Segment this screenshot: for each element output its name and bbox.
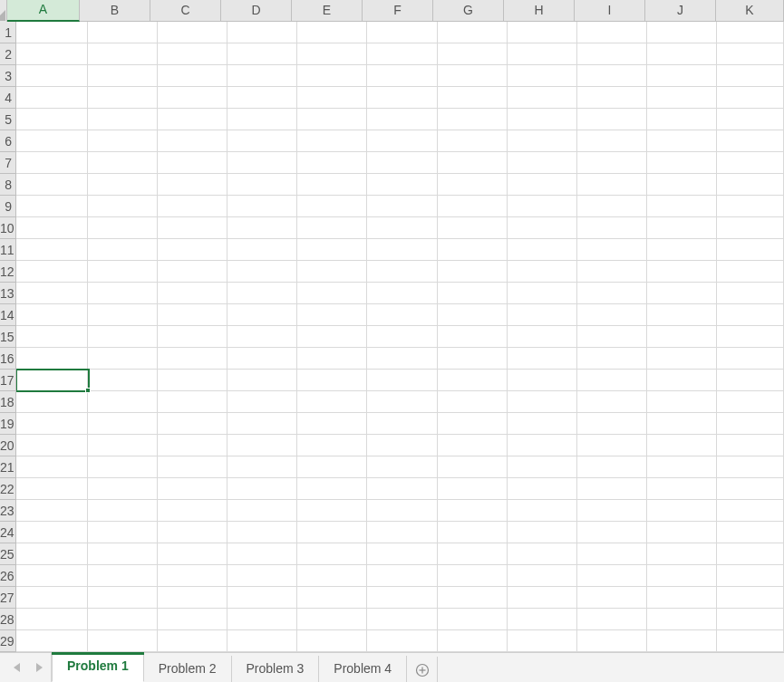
cell-A27[interactable] bbox=[16, 587, 88, 609]
cell-F13[interactable] bbox=[367, 283, 437, 304]
cell-F6[interactable] bbox=[367, 130, 437, 152]
cell-D5[interactable] bbox=[227, 109, 297, 130]
cell-A24[interactable] bbox=[16, 522, 88, 543]
cell-H5[interactable] bbox=[508, 109, 577, 130]
cell-B2[interactable] bbox=[88, 43, 158, 65]
cell-A22[interactable] bbox=[16, 478, 88, 500]
cell-J23[interactable] bbox=[647, 500, 717, 522]
cell-A1[interactable] bbox=[16, 22, 88, 43]
cell-I11[interactable] bbox=[577, 239, 647, 261]
cell-B18[interactable] bbox=[88, 391, 158, 413]
cell-H3[interactable] bbox=[508, 65, 577, 87]
cell-I27[interactable] bbox=[577, 587, 647, 609]
cell-D11[interactable] bbox=[227, 239, 297, 261]
column-header-E[interactable]: E bbox=[292, 0, 363, 22]
cell-I21[interactable] bbox=[577, 456, 647, 478]
cell-H6[interactable] bbox=[508, 130, 577, 152]
cell-J21[interactable] bbox=[647, 456, 717, 478]
cell-D17[interactable] bbox=[227, 370, 297, 391]
cell-G18[interactable] bbox=[438, 391, 508, 413]
cell-J16[interactable] bbox=[647, 348, 717, 370]
cell-H25[interactable] bbox=[508, 543, 577, 565]
row-header-10[interactable]: 10 bbox=[0, 217, 15, 239]
cell-C6[interactable] bbox=[158, 130, 227, 152]
row-header-14[interactable]: 14 bbox=[0, 304, 15, 326]
row-header-16[interactable]: 16 bbox=[0, 348, 15, 370]
cell-G20[interactable] bbox=[438, 435, 508, 456]
cell-K1[interactable] bbox=[717, 22, 784, 43]
row-header-8[interactable]: 8 bbox=[0, 174, 15, 196]
cell-K12[interactable] bbox=[717, 261, 784, 283]
cell-J1[interactable] bbox=[647, 22, 717, 43]
cell-H12[interactable] bbox=[508, 261, 577, 283]
cell-F27[interactable] bbox=[367, 587, 437, 609]
cell-D1[interactable] bbox=[227, 22, 297, 43]
cell-K20[interactable] bbox=[717, 435, 784, 456]
cell-A19[interactable] bbox=[16, 413, 88, 435]
cell-J10[interactable] bbox=[647, 217, 717, 239]
cell-B27[interactable] bbox=[88, 587, 158, 609]
cell-B20[interactable] bbox=[88, 435, 158, 456]
cell-F29[interactable] bbox=[367, 630, 437, 652]
cell-K13[interactable] bbox=[717, 283, 784, 304]
cell-H19[interactable] bbox=[508, 413, 577, 435]
sheet-nav-next-icon[interactable] bbox=[34, 662, 44, 673]
cell-K17[interactable] bbox=[717, 370, 784, 391]
cell-H24[interactable] bbox=[508, 522, 577, 543]
cell-I13[interactable] bbox=[577, 283, 647, 304]
cell-C26[interactable] bbox=[158, 565, 227, 587]
cell-C12[interactable] bbox=[158, 261, 227, 283]
row-header-11[interactable]: 11 bbox=[0, 239, 15, 261]
cell-C19[interactable] bbox=[158, 413, 227, 435]
cell-D6[interactable] bbox=[227, 130, 297, 152]
cell-C17[interactable] bbox=[158, 370, 227, 391]
cell-I7[interactable] bbox=[577, 152, 647, 174]
cell-H14[interactable] bbox=[508, 304, 577, 326]
cell-I29[interactable] bbox=[577, 630, 647, 652]
column-header-F[interactable]: F bbox=[363, 0, 433, 22]
cell-F28[interactable] bbox=[367, 609, 437, 630]
cell-I12[interactable] bbox=[577, 261, 647, 283]
cell-G22[interactable] bbox=[438, 478, 508, 500]
cell-B9[interactable] bbox=[88, 196, 158, 217]
cell-B4[interactable] bbox=[88, 87, 158, 109]
cell-J2[interactable] bbox=[647, 43, 717, 65]
cell-I19[interactable] bbox=[577, 413, 647, 435]
cell-A9[interactable] bbox=[16, 196, 88, 217]
cell-H28[interactable] bbox=[508, 609, 577, 630]
cell-F10[interactable] bbox=[367, 217, 437, 239]
cell-B11[interactable] bbox=[88, 239, 158, 261]
cell-I6[interactable] bbox=[577, 130, 647, 152]
cell-I28[interactable] bbox=[577, 609, 647, 630]
cell-C8[interactable] bbox=[158, 174, 227, 196]
cell-D12[interactable] bbox=[227, 261, 297, 283]
cell-A29[interactable] bbox=[16, 630, 88, 652]
column-header-I[interactable]: I bbox=[575, 0, 645, 22]
cell-J7[interactable] bbox=[647, 152, 717, 174]
column-header-C[interactable]: C bbox=[150, 0, 221, 22]
cell-H23[interactable] bbox=[508, 500, 577, 522]
cell-I8[interactable] bbox=[577, 174, 647, 196]
cell-J28[interactable] bbox=[647, 609, 717, 630]
cell-F11[interactable] bbox=[367, 239, 437, 261]
cell-A3[interactable] bbox=[16, 65, 88, 87]
sheet-tab-problem-2[interactable]: Problem 2 bbox=[144, 656, 232, 682]
cell-J13[interactable] bbox=[647, 283, 717, 304]
cell-G16[interactable] bbox=[438, 348, 508, 370]
cell-E22[interactable] bbox=[297, 478, 367, 500]
cell-B19[interactable] bbox=[88, 413, 158, 435]
row-header-24[interactable]: 24 bbox=[0, 522, 15, 543]
cell-I2[interactable] bbox=[577, 43, 647, 65]
cell-H11[interactable] bbox=[508, 239, 577, 261]
cell-K11[interactable] bbox=[717, 239, 784, 261]
cell-D9[interactable] bbox=[227, 196, 297, 217]
cell-D27[interactable] bbox=[227, 587, 297, 609]
column-header-B[interactable]: B bbox=[80, 0, 150, 22]
cell-A20[interactable] bbox=[16, 435, 88, 456]
cell-G17[interactable] bbox=[438, 370, 508, 391]
cell-C29[interactable] bbox=[158, 630, 227, 652]
sheet-tab-problem-3[interactable]: Problem 3 bbox=[232, 656, 320, 682]
cell-G24[interactable] bbox=[438, 522, 508, 543]
cell-H26[interactable] bbox=[508, 565, 577, 587]
cell-H1[interactable] bbox=[508, 22, 577, 43]
